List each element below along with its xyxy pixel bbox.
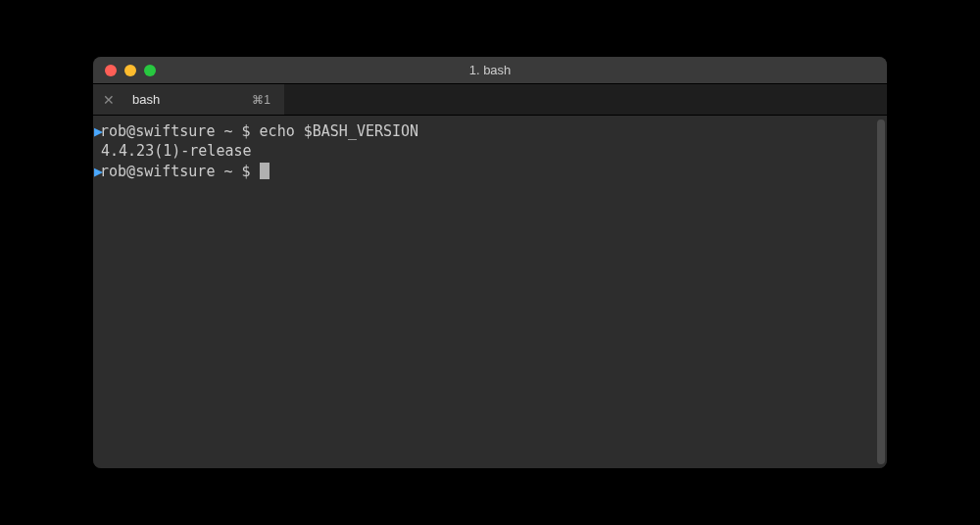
title-bar[interactable]: 1. bash <box>93 57 887 84</box>
terminal-line-prompt: ▶rob@swiftsure ~ $ <box>101 162 879 181</box>
prompt-user-host: rob@swiftsure <box>100 122 215 140</box>
command-text: echo $BASH_VERSION <box>260 122 419 140</box>
tab-close-icon[interactable]: ✕ <box>103 92 115 108</box>
tab-bar: ✕ bash ⌘1 <box>93 84 887 116</box>
window-title: 1. bash <box>93 63 887 77</box>
prompt-dollar: $ <box>242 163 251 180</box>
terminal-body[interactable]: ▶rob@swiftsure ~ $ echo $BASH_VERSION 4.… <box>93 116 887 468</box>
tab-label: bash <box>132 92 252 107</box>
tab-shortcut: ⌘1 <box>252 93 270 107</box>
minimize-window-button[interactable] <box>124 65 136 76</box>
terminal-output: 4.4.23(1)-release <box>101 141 879 161</box>
prompt-dollar: $ <box>242 122 251 140</box>
maximize-window-button[interactable] <box>144 65 156 76</box>
scrollbar[interactable] <box>877 119 885 464</box>
close-window-button[interactable] <box>105 65 117 76</box>
cursor <box>260 163 270 179</box>
terminal-window: 1. bash ✕ bash ⌘1 ▶rob@swiftsure ~ $ ech… <box>93 57 887 468</box>
terminal-line-1: ▶rob@swiftsure ~ $ echo $BASH_VERSION <box>101 121 879 141</box>
prompt-user-host: rob@swiftsure <box>100 163 215 180</box>
tab-bash[interactable]: ✕ bash ⌘1 <box>93 84 284 115</box>
prompt-path: ~ <box>223 163 232 180</box>
traffic-lights <box>93 65 156 76</box>
prompt-path: ~ <box>223 122 232 140</box>
